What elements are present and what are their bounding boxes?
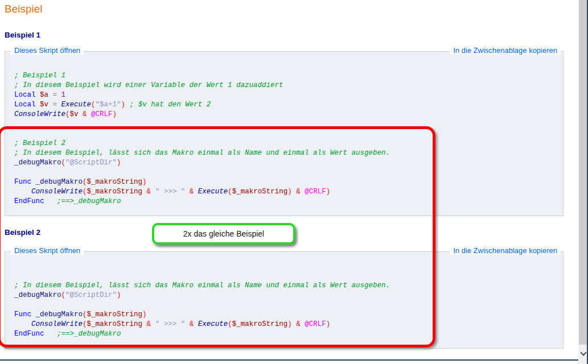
chevron-down-icon — [580, 349, 586, 355]
pane-bottom-border — [0, 359, 578, 361]
copy-clipboard-link[interactable]: In die Zwischenablage kopieren — [450, 46, 561, 55]
callout-box: 2x das gleiche Beispiel — [152, 223, 295, 245]
scrollbar-thumb[interactable] — [579, 0, 587, 345]
code-block: ; In diesem Beispiel, lässt sich das Mak… — [5, 252, 563, 339]
code-block: ; Beispiel 1; In diesem Beispiel wird ei… — [5, 52, 563, 206]
code-panel-1: Dieses Skript öffnen In die Zwischenabla… — [5, 51, 564, 216]
code-panel-2: Dieses Skript öffnen In die Zwischenabla… — [5, 251, 564, 349]
open-script-link[interactable]: Dieses Skript öffnen — [11, 46, 84, 55]
page-title: Beispiel — [5, 3, 43, 15]
section-heading-beispiel-1: Beispiel 1 — [5, 31, 40, 39]
open-script-link[interactable]: Dieses Skript öffnen — [11, 246, 84, 255]
callout-text: 2x das gleiche Beispiel — [183, 229, 264, 238]
section-heading-beispiel-2: Beispiel 2 — [5, 228, 40, 237]
copy-clipboard-link[interactable]: In die Zwischenablage kopieren — [450, 246, 561, 255]
